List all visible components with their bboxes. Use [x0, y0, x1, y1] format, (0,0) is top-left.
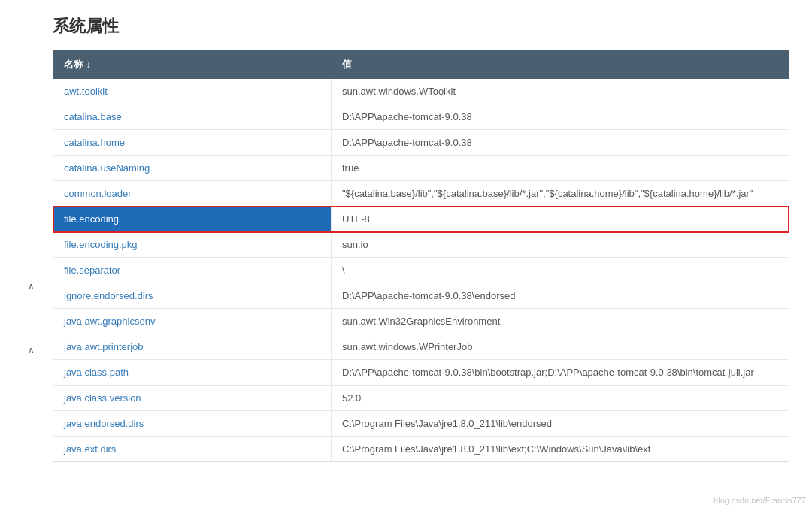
- table-row[interactable]: ignore.endorsed.dirsD:\APP\apache-tomcat…: [53, 283, 789, 309]
- table-row[interactable]: catalina.useNamingtrue: [53, 156, 789, 181]
- row-value-java-class-path: D:\APP\apache-tomcat-9.0.38\bin\bootstra…: [332, 360, 789, 385]
- row-name-common-loader: common.loader: [53, 181, 332, 206]
- row-value-file-separator: \: [332, 258, 789, 283]
- arrow-up-2[interactable]: ∧: [23, 342, 39, 358]
- table-row[interactable]: java.awt.graphicsenvsun.awt.Win32Graphic…: [53, 309, 789, 334]
- system-properties-table: 名称 ↓ 值 awt.toolkitsun.awt.windows.WToolk…: [53, 50, 789, 462]
- table-row[interactable]: file.encoding.pkgsun.io: [53, 232, 789, 258]
- table-row[interactable]: catalina.baseD:\APP\apache-tomcat-9.0.38: [53, 104, 789, 130]
- row-name-java-ext-dirs: java.ext.dirs: [53, 437, 332, 461]
- row-value-file-encoding-pkg: sun.io: [332, 232, 789, 257]
- row-value-catalina-base: D:\APP\apache-tomcat-9.0.38: [332, 104, 789, 129]
- row-value-catalina-usenaming: true: [332, 156, 789, 180]
- watermark: blog.csdn.net/Francis777: [714, 496, 806, 505]
- row-name-file-encoding-pkg: file.encoding.pkg: [53, 232, 332, 257]
- table-row[interactable]: java.ext.dirsC:\Program Files\Java\jre1.…: [53, 437, 789, 461]
- header-value: 值: [332, 58, 789, 71]
- table-header: 名称 ↓ 值: [53, 50, 789, 79]
- row-name-java-class-path: java.class.path: [53, 360, 332, 385]
- row-value-common-loader: "${catalina.base}/lib","${catalina.base}…: [332, 181, 789, 206]
- row-name-catalina-usenaming: catalina.useNaming: [53, 156, 332, 180]
- table-row[interactable]: common.loader"${catalina.base}/lib","${c…: [53, 181, 789, 207]
- row-value-java-awt-graphicsenv: sun.awt.Win32GraphicsEnvironment: [332, 309, 789, 334]
- row-value-file-encoding: UTF-8: [332, 207, 789, 231]
- row-value-awt-toolkit: sun.awt.windows.WToolkit: [332, 79, 789, 104]
- row-name-ignore-endorsed-dirs: ignore.endorsed.dirs: [53, 283, 332, 308]
- row-name-catalina-base: catalina.base: [53, 104, 332, 129]
- row-value-java-ext-dirs: C:\Program Files\Java\jre1.8.0_211\lib\e…: [332, 437, 789, 461]
- table-row[interactable]: java.endorsed.dirsC:\Program Files\Java\…: [53, 411, 789, 437]
- table-body: awt.toolkitsun.awt.windows.WToolkitcatal…: [53, 79, 789, 461]
- row-name-java-class-version: java.class.version: [53, 386, 332, 410]
- row-name-java-awt-graphicsenv: java.awt.graphicsenv: [53, 309, 332, 334]
- page-title: 系统属性: [53, 15, 789, 38]
- row-value-ignore-endorsed-dirs: D:\APP\apache-tomcat-9.0.38\endorsed: [332, 283, 789, 308]
- row-value-java-endorsed-dirs: C:\Program Files\Java\jre1.8.0_211\lib\e…: [332, 411, 789, 436]
- row-name-catalina-home: catalina.home: [53, 130, 332, 155]
- row-name-file-encoding: file.encoding: [53, 207, 332, 231]
- page-wrapper: 系统属性 名称 ↓ 值 awt.toolkitsun.awt.windows.W…: [0, 0, 812, 477]
- header-name: 名称 ↓: [53, 58, 332, 71]
- table-row[interactable]: file.separator\: [53, 258, 789, 283]
- row-name-awt-toolkit: awt.toolkit: [53, 79, 332, 104]
- table-row[interactable]: java.awt.printerjobsun.awt.windows.WPrin…: [53, 334, 789, 360]
- row-value-catalina-home: D:\APP\apache-tomcat-9.0.38: [332, 130, 789, 155]
- row-name-java-awt-printerjob: java.awt.printerjob: [53, 334, 332, 359]
- row-value-java-class-version: 52.0: [332, 386, 789, 410]
- table-row[interactable]: file.encodingUTF-8: [53, 207, 789, 232]
- row-name-file-separator: file.separator: [53, 258, 332, 283]
- arrow-up-1[interactable]: ∧: [23, 278, 39, 295]
- table-row[interactable]: catalina.homeD:\APP\apache-tomcat-9.0.38: [53, 130, 789, 156]
- row-value-java-awt-printerjob: sun.awt.windows.WPrinterJob: [332, 334, 789, 359]
- table-row[interactable]: java.class.version52.0: [53, 386, 789, 411]
- row-name-java-endorsed-dirs: java.endorsed.dirs: [53, 411, 332, 436]
- table-row[interactable]: awt.toolkitsun.awt.windows.WToolkit: [53, 79, 789, 104]
- table-row[interactable]: java.class.pathD:\APP\apache-tomcat-9.0.…: [53, 360, 789, 386]
